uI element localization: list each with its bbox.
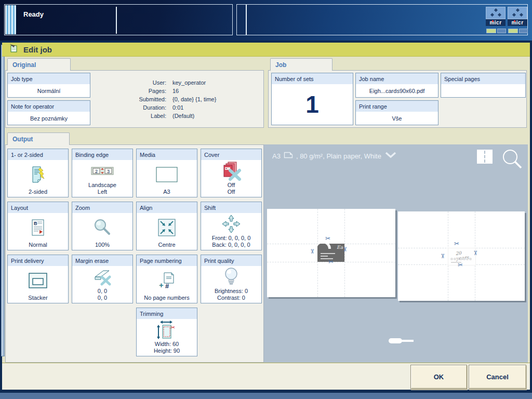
stacker-icon <box>28 266 48 295</box>
tile-label: Print range <box>356 101 438 112</box>
tile-value: A3 <box>163 189 170 195</box>
message-panel: micr micr <box>236 4 528 35</box>
tab-job[interactable]: Job <box>270 58 332 71</box>
media-details: , 80 g/m², Plain paper, White <box>296 152 381 160</box>
tile-label: Print delivery <box>8 255 68 266</box>
status-text: Ready <box>23 10 44 18</box>
zoom-button[interactable]: Zoom 100% <box>72 202 133 250</box>
zoom-preview-icon[interactable] <box>500 148 525 171</box>
media-dropdown[interactable]: A3 , 80 g/m², Plain paper, White <box>272 152 397 160</box>
tile-label: Cover <box>201 149 261 160</box>
layout-button[interactable]: Layout B Normal <box>7 202 69 250</box>
screen-bottom-edge <box>0 392 532 399</box>
tile-label: Align <box>137 202 197 213</box>
binding-edge-button[interactable]: Binding edge 2 3 Landscape Left <box>72 149 133 197</box>
info-label: Pages: <box>94 88 166 94</box>
info-label: Submitted: <box>94 96 166 102</box>
tile-value: Front: 0, 0, 0, 0 Back: 0, 0, 0, 0 <box>212 235 251 248</box>
align-button[interactable]: Align Centre <box>136 202 197 250</box>
svg-text:+: + <box>159 281 164 289</box>
tile-label: Media <box>137 149 197 160</box>
info-value: 0:01 <box>172 104 183 111</box>
page-numbering-icon: + # <box>158 266 176 295</box>
margin-erase-button[interactable]: Margin erase 0, 0 0, 0 <box>72 255 133 303</box>
print-quality-button[interactable]: Print quality Brightness: 0 Contrast: 0 <box>201 255 262 303</box>
tile-label: Special pages <box>441 73 525 84</box>
page-title: Edit job <box>23 45 52 54</box>
micr-printer-icon[interactable]: micr <box>508 7 527 26</box>
print-range-button[interactable]: Print range Vše <box>355 100 438 125</box>
preview-panel: A3 , 80 g/m², Plain paper, White <box>264 144 528 363</box>
media-name: A3 <box>272 152 281 160</box>
tile-value: Centre <box>158 242 175 248</box>
cut-mark-icon: ✂ <box>328 259 334 265</box>
cut-mark-icon: ✂ <box>440 254 446 259</box>
cut-mark-icon: ✂ <box>454 241 459 247</box>
tile-value: Bez poznámky <box>8 112 90 125</box>
message-divider <box>246 5 247 35</box>
tile-value: Brightness: 0 Contrast: 0 <box>215 288 248 301</box>
cover-off-icon <box>221 160 242 182</box>
tab-original[interactable]: Original <box>7 58 71 71</box>
edit-job-icon <box>9 44 18 55</box>
align-centre-icon <box>158 213 176 242</box>
two-sided-icon <box>31 160 45 189</box>
svg-text:B: B <box>34 221 37 226</box>
note-for-operator-button[interactable]: Note for operator Bez poznámky <box>7 100 90 125</box>
tile-value: Off Off <box>228 182 235 195</box>
tile-value: Vše <box>356 112 438 125</box>
info-label: User: <box>94 79 166 86</box>
preview-sheet-back: 20 years ✂ ✂ ✂ ✂ <box>398 211 525 301</box>
tab-output[interactable]: Output <box>7 132 70 145</box>
number-of-sets-button[interactable]: Number of sets 1 <box>271 73 353 125</box>
job-type-button[interactable]: Job type Normální <box>7 73 90 98</box>
ok-button[interactable]: OK <box>410 365 467 389</box>
special-pages-button[interactable]: Special pages <box>441 73 526 98</box>
tile-value <box>441 84 525 97</box>
paper-icon <box>284 152 293 160</box>
trimming-button[interactable]: Trimming ✂ Width: 60 Height: 90 <box>136 308 197 356</box>
info-value: {0, date} {1, time} <box>172 96 216 102</box>
status-divider <box>116 7 117 34</box>
media-button[interactable]: Media A3 <box>136 149 197 197</box>
led-blue <box>497 29 506 33</box>
info-row: Duration: 0:01 <box>94 103 260 112</box>
status-panel: Ready <box>4 4 233 35</box>
tile-value: Width: 60 Height: 90 <box>154 341 180 354</box>
info-value: (Default) <box>172 113 194 119</box>
job-info-list: User: key_operator Pages: 16 Submitted: … <box>94 78 260 120</box>
micr-dots-icon <box>486 7 506 19</box>
tile-label: Page numbering <box>137 255 197 266</box>
svg-text:2: 2 <box>95 169 98 174</box>
chevron-down-icon <box>384 152 397 160</box>
svg-text:3: 3 <box>107 169 110 174</box>
info-value: 16 <box>172 88 179 94</box>
preview-sheet-front: Ea ✂ ✂ ✂ ✂ <box>267 209 395 297</box>
cancel-button[interactable]: Cancel <box>469 365 526 389</box>
micr-printer-icon[interactable]: micr <box>486 7 506 26</box>
page-flip-icon[interactable] <box>389 338 414 343</box>
print-delivery-button[interactable]: Print delivery Stacker <box>7 255 69 303</box>
cut-mark-icon: ✂ <box>472 250 478 256</box>
magnifier-icon <box>92 213 112 242</box>
bulb-icon <box>223 266 240 288</box>
trim-guide <box>344 209 345 297</box>
layout-icon: B <box>31 213 45 242</box>
tile-value: Eigh...cards90x60.pdf <box>356 84 438 97</box>
binding-edge-icon: 2 3 <box>91 160 114 182</box>
tile-value: Normal <box>29 242 47 248</box>
two-sided-button[interactable]: 1- or 2-sided 2-sided <box>7 149 69 197</box>
job-name-button[interactable]: Job name Eigh...cards90x60.pdf <box>355 73 438 98</box>
page-numbering-button[interactable]: Page numbering + # No page numbers <box>136 255 197 303</box>
svg-text:#: # <box>165 282 169 289</box>
micr-red-dot-icon <box>514 20 515 22</box>
micr-dots-icon <box>508 7 527 19</box>
shift-button[interactable]: Shift Front: 0, 0, 0, 0 Back: 0, 0, 0, 0 <box>201 202 262 250</box>
spread-view-icon[interactable] <box>477 150 493 164</box>
cut-mark-icon: ✂ <box>309 249 315 254</box>
svg-text:✂: ✂ <box>170 324 175 330</box>
dialog-left-edge <box>1 45 5 356</box>
cover-button[interactable]: Cover Off Off <box>201 149 262 197</box>
info-label: Duration: <box>94 104 166 111</box>
cut-mark-icon: ✂ <box>325 235 330 242</box>
